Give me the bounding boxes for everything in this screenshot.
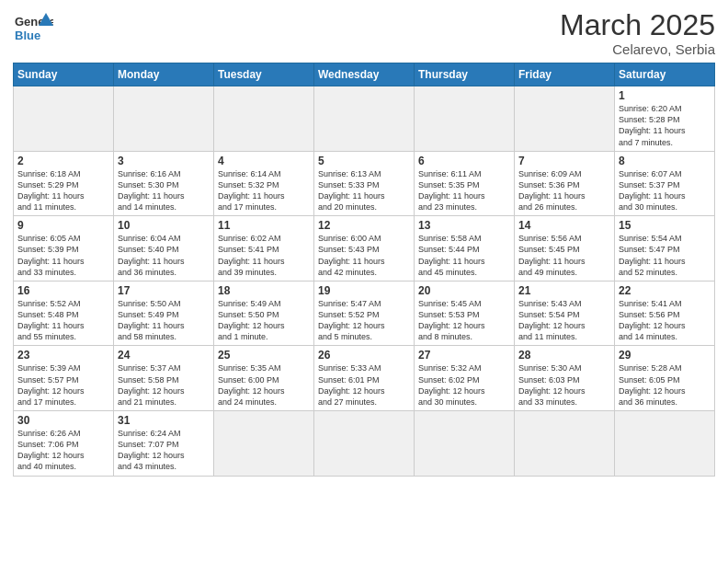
day-number-17: 17 [118, 284, 210, 297]
header-wednesday: Wednesday [314, 63, 415, 86]
day-number-14: 14 [518, 219, 610, 232]
day-number-9: 9 [17, 219, 109, 232]
day-info-21: Sunrise: 5:43 AMSunset: 5:54 PMDaylight:… [518, 298, 610, 343]
day-info-18: Sunrise: 5:49 AMSunset: 5:50 PMDaylight:… [218, 298, 310, 343]
svg-text:Blue: Blue [15, 29, 40, 42]
day-number-19: 19 [318, 284, 410, 297]
day-9: 9 Sunrise: 6:05 AMSunset: 5:39 PMDayligh… [14, 216, 114, 282]
day-16: 16 Sunrise: 5:52 AMSunset: 5:48 PMDaylig… [14, 281, 114, 346]
day-number-2: 2 [17, 155, 109, 167]
calendar-row-5: 23 Sunrise: 5:39 AMSunset: 5:57 PMDaylig… [14, 346, 715, 411]
day-10: 10 Sunrise: 6:04 AMSunset: 5:40 PMDaylig… [114, 216, 214, 282]
day-info-2: Sunrise: 6:18 AMSunset: 5:29 PMDaylight:… [17, 168, 109, 213]
day-5: 5 Sunrise: 6:13 AMSunset: 5:33 PMDayligh… [314, 151, 415, 216]
day-info-22: Sunrise: 5:41 AMSunset: 5:56 PMDaylight:… [619, 298, 711, 343]
day-17: 17 Sunrise: 5:50 AMSunset: 5:49 PMDaylig… [114, 281, 214, 346]
day-24: 24 Sunrise: 5:37 AMSunset: 5:58 PMDaylig… [114, 346, 214, 411]
day-22: 22 Sunrise: 5:41 AMSunset: 5:56 PMDaylig… [615, 281, 715, 346]
day-26: 26 Sunrise: 5:33 AMSunset: 6:01 PMDaylig… [314, 346, 415, 411]
day-info-5: Sunrise: 6:13 AMSunset: 5:33 PMDaylight:… [318, 168, 410, 213]
day-info-7: Sunrise: 6:09 AMSunset: 5:36 PMDaylight:… [518, 168, 610, 213]
calendar-row-2: 2 Sunrise: 6:18 AMSunset: 5:29 PMDayligh… [14, 151, 715, 216]
day-number-18: 18 [218, 284, 310, 297]
day-info-17: Sunrise: 5:50 AMSunset: 5:49 PMDaylight:… [118, 298, 210, 343]
day-info-27: Sunrise: 5:32 AMSunset: 6:02 PMDaylight:… [418, 362, 510, 408]
day-3: 3 Sunrise: 6:16 AMSunset: 5:30 PMDayligh… [114, 151, 214, 216]
day-1: 1 Sunrise: 6:20 AMSunset: 5:28 PMDayligh… [615, 86, 715, 152]
day-15: 15 Sunrise: 5:54 AMSunset: 5:47 PMDaylig… [615, 216, 715, 282]
day-13: 13 Sunrise: 5:58 AMSunset: 5:44 PMDaylig… [415, 216, 515, 282]
header-saturday: Saturday [615, 63, 715, 86]
calendar-row-4: 16 Sunrise: 5:52 AMSunset: 5:48 PMDaylig… [14, 281, 715, 346]
day-27: 27 Sunrise: 5:32 AMSunset: 6:02 PMDaylig… [415, 346, 515, 411]
location-subtitle: Celarevo, Serbia [560, 41, 715, 57]
header-tuesday: Tuesday [214, 63, 314, 86]
day-number-20: 20 [418, 284, 510, 297]
day-info-15: Sunrise: 5:54 AMSunset: 5:47 PMDaylight:… [619, 233, 711, 278]
empty-cell [214, 86, 314, 152]
day-number-5: 5 [318, 155, 410, 167]
empty-cell [415, 411, 515, 477]
day-7: 7 Sunrise: 6:09 AMSunset: 5:36 PMDayligh… [515, 151, 615, 216]
day-11: 11 Sunrise: 6:02 AMSunset: 5:41 PMDaylig… [214, 216, 314, 282]
day-number-10: 10 [118, 219, 210, 232]
day-number-24: 24 [118, 349, 210, 362]
day-info-1: Sunrise: 6:20 AMSunset: 5:28 PMDaylight:… [619, 103, 711, 148]
empty-cell [314, 86, 415, 152]
day-number-27: 27 [418, 349, 510, 362]
logo: General Blue [13, 9, 53, 50]
header: General Blue March 2025 Celarevo, Serbia [13, 9, 715, 57]
day-number-28: 28 [518, 349, 610, 362]
day-number-7: 7 [518, 155, 610, 167]
day-number-13: 13 [418, 219, 510, 232]
day-number-12: 12 [318, 219, 410, 232]
day-number-31: 31 [118, 414, 210, 427]
day-info-3: Sunrise: 6:16 AMSunset: 5:30 PMDaylight:… [118, 168, 210, 213]
month-year-title: March 2025 [560, 9, 715, 41]
day-number-4: 4 [218, 155, 310, 167]
day-31: 31 Sunrise: 6:24 AMSunset: 7:07 PMDaylig… [114, 411, 214, 477]
calendar-row-3: 9 Sunrise: 6:05 AMSunset: 5:39 PMDayligh… [14, 216, 715, 282]
day-info-28: Sunrise: 5:30 AMSunset: 6:03 PMDaylight:… [518, 362, 610, 408]
day-info-13: Sunrise: 5:58 AMSunset: 5:44 PMDaylight:… [418, 233, 510, 278]
day-20: 20 Sunrise: 5:45 AMSunset: 5:53 PMDaylig… [415, 281, 515, 346]
empty-cell [515, 86, 615, 152]
calendar-row-6: 30 Sunrise: 6:26 AMSunset: 7:06 PMDaylig… [14, 411, 715, 477]
day-2: 2 Sunrise: 6:18 AMSunset: 5:29 PMDayligh… [14, 151, 114, 216]
day-21: 21 Sunrise: 5:43 AMSunset: 5:54 PMDaylig… [515, 281, 615, 346]
day-12: 12 Sunrise: 6:00 AMSunset: 5:43 PMDaylig… [314, 216, 415, 282]
logo-svg: General Blue [13, 9, 53, 50]
weekday-header-row: Sunday Monday Tuesday Wednesday Thursday… [14, 63, 715, 86]
day-number-1: 1 [619, 89, 711, 102]
day-number-23: 23 [17, 349, 109, 362]
day-info-30: Sunrise: 6:26 AMSunset: 7:06 PMDaylight:… [17, 428, 109, 473]
header-monday: Monday [114, 63, 214, 86]
day-number-22: 22 [619, 284, 711, 297]
day-number-29: 29 [619, 349, 711, 362]
day-info-9: Sunrise: 6:05 AMSunset: 5:39 PMDaylight:… [17, 233, 109, 278]
day-info-23: Sunrise: 5:39 AMSunset: 5:57 PMDaylight:… [17, 362, 109, 408]
day-4: 4 Sunrise: 6:14 AMSunset: 5:32 PMDayligh… [214, 151, 314, 216]
header-sunday: Sunday [14, 63, 114, 86]
day-info-29: Sunrise: 5:28 AMSunset: 6:05 PMDaylight:… [619, 362, 711, 408]
title-block: March 2025 Celarevo, Serbia [560, 9, 715, 57]
header-friday: Friday [515, 63, 615, 86]
day-info-16: Sunrise: 5:52 AMSunset: 5:48 PMDaylight:… [17, 298, 109, 343]
calendar-row-1: 1 Sunrise: 6:20 AMSunset: 5:28 PMDayligh… [14, 86, 715, 152]
day-info-4: Sunrise: 6:14 AMSunset: 5:32 PMDaylight:… [218, 168, 310, 213]
day-info-24: Sunrise: 5:37 AMSunset: 5:58 PMDaylight:… [118, 362, 210, 408]
empty-cell [14, 86, 114, 152]
header-thursday: Thursday [415, 63, 515, 86]
day-number-30: 30 [17, 414, 109, 427]
day-8: 8 Sunrise: 6:07 AMSunset: 5:37 PMDayligh… [615, 151, 715, 216]
day-number-26: 26 [318, 349, 410, 362]
day-info-10: Sunrise: 6:04 AMSunset: 5:40 PMDaylight:… [118, 233, 210, 278]
day-19: 19 Sunrise: 5:47 AMSunset: 5:52 PMDaylig… [314, 281, 415, 346]
empty-cell [515, 411, 615, 477]
day-info-20: Sunrise: 5:45 AMSunset: 5:53 PMDaylight:… [418, 298, 510, 343]
day-25: 25 Sunrise: 5:35 AMSunset: 6:00 PMDaylig… [214, 346, 314, 411]
calendar-table: Sunday Monday Tuesday Wednesday Thursday… [13, 63, 715, 476]
day-number-16: 16 [17, 284, 109, 297]
empty-cell [415, 86, 515, 152]
day-info-12: Sunrise: 6:00 AMSunset: 5:43 PMDaylight:… [318, 233, 410, 278]
